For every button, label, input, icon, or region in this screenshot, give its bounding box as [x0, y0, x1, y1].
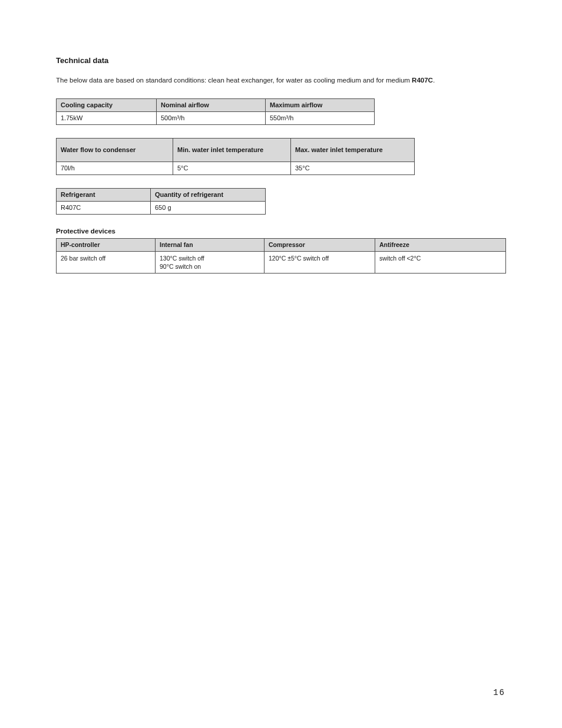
- table-header-row: Refrigerant Quantity of refrigerant: [57, 189, 266, 202]
- table-header-row: HP-controller Internal fan Compressor An…: [57, 238, 506, 251]
- cell-antifreeze: switch off <2°C: [375, 251, 506, 273]
- table-row: R407C 650 g: [57, 202, 266, 215]
- col-cooling-capacity: Cooling capacity: [57, 99, 157, 112]
- col-quantity-refrigerant: Quantity of refrigerant: [151, 189, 266, 202]
- col-min-water-temp: Min. water inlet temperature: [173, 139, 291, 162]
- col-refrigerant: Refrigerant: [57, 189, 151, 202]
- cell-quantity-refrigerant: 650 g: [151, 202, 266, 215]
- protective-devices-table: HP-controller Internal fan Compressor An…: [56, 238, 506, 274]
- section-heading: Technical data: [56, 56, 506, 65]
- table-header-row: Water flow to condenser Min. water inlet…: [57, 139, 415, 162]
- cell-maximum-airflow: 550m³/h: [266, 112, 375, 125]
- page-number: 16: [493, 688, 505, 697]
- intro-paragraph: The below data are based on standard con…: [56, 75, 506, 85]
- cell-internal-fan: 130°C switch off90°C switch on: [156, 251, 265, 273]
- refrigerant-table: Refrigerant Quantity of refrigerant R407…: [56, 188, 266, 215]
- table-row: 26 bar switch off 130°C switch off90°C s…: [57, 251, 506, 273]
- cell-water-flow: 70l/h: [57, 162, 173, 175]
- col-hp-controller: HP-controller: [57, 238, 156, 251]
- cell-cooling-capacity: 1.75kW: [57, 112, 157, 125]
- col-max-water-temp: Max. water inlet temperature: [291, 139, 415, 162]
- cell-hp-controller: 26 bar switch off: [57, 251, 156, 273]
- col-antifreeze: Antifreeze: [375, 238, 506, 251]
- cell-refrigerant: R407C: [57, 202, 151, 215]
- col-internal-fan: Internal fan: [156, 238, 265, 251]
- cell-max-water-temp: 35°C: [291, 162, 415, 175]
- cell-nominal-airflow: 500m³/h: [157, 112, 266, 125]
- cell-compressor: 120°C ±5°C switch off: [265, 251, 375, 273]
- water-condenser-table: Water flow to condenser Min. water inlet…: [56, 138, 415, 175]
- table-header-row: Cooling capacity Nominal airflow Maximum…: [57, 99, 375, 112]
- col-compressor: Compressor: [265, 238, 375, 251]
- intro-bold: R407C: [412, 77, 433, 84]
- col-maximum-airflow: Maximum airflow: [266, 99, 375, 112]
- intro-prefix: The below data are based on standard con…: [56, 77, 412, 84]
- intro-suffix: .: [433, 77, 435, 84]
- cell-min-water-temp: 5°C: [173, 162, 291, 175]
- table-row: 70l/h 5°C 35°C: [57, 162, 415, 175]
- col-water-flow: Water flow to condenser: [57, 139, 173, 162]
- cooling-airflow-table: Cooling capacity Nominal airflow Maximum…: [56, 98, 375, 125]
- col-nominal-airflow: Nominal airflow: [157, 99, 266, 112]
- protective-devices-caption: Protective devices: [56, 228, 506, 235]
- table-row: 1.75kW 500m³/h 550m³/h: [57, 112, 375, 125]
